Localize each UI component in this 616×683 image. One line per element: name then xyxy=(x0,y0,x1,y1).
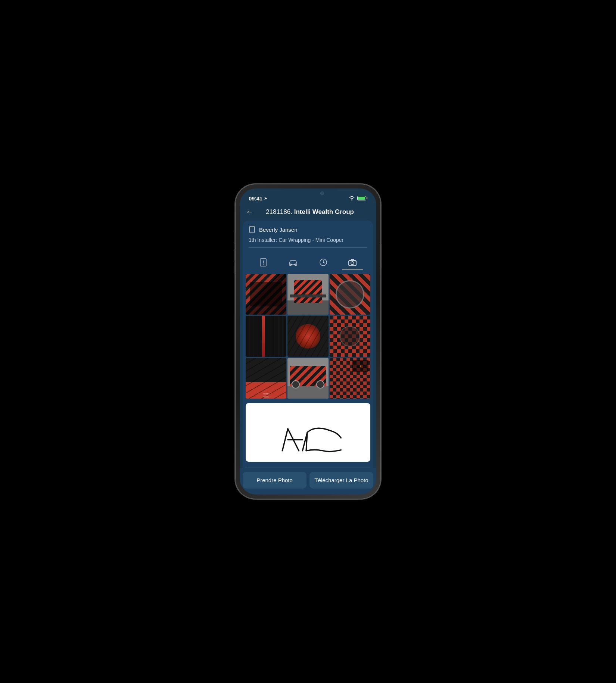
phone-screen: 09:41 ➤ xyxy=(240,188,376,495)
svg-point-6 xyxy=(263,264,264,265)
phone-frame: 09:41 ➤ xyxy=(235,184,381,499)
header-title: 2181186. Intelli Wealth Group xyxy=(258,208,361,216)
photo-2[interactable] xyxy=(287,274,328,315)
photo-8[interactable] xyxy=(287,358,328,399)
photo-6[interactable] xyxy=(330,316,370,356)
notch xyxy=(280,188,336,199)
upload-photo-button[interactable]: Télécharger La Photo xyxy=(309,472,373,489)
main-content: Beverly Jansen 1th Installer: Car Wrappi… xyxy=(243,221,373,468)
back-button[interactable]: ← xyxy=(246,208,254,216)
battery-icon xyxy=(357,196,367,200)
photo-4[interactable] xyxy=(246,316,286,356)
tab-clock[interactable] xyxy=(313,257,333,269)
photo-9[interactable]: ⚡ xyxy=(330,358,370,399)
title-name: Intelli Wealth Group xyxy=(294,208,354,215)
photo-7[interactable]: rment rcepo xyxy=(246,358,286,399)
photo-1[interactable] xyxy=(246,274,286,315)
status-icons xyxy=(349,196,367,201)
clock-icon xyxy=(319,258,327,266)
signature-area xyxy=(246,403,370,462)
header: ← 2181186. Intelli Wealth Group xyxy=(240,205,376,221)
car-icon xyxy=(288,258,298,266)
svg-point-14 xyxy=(355,261,355,262)
location-icon: ➤ xyxy=(264,196,267,201)
tab-camera[interactable] xyxy=(342,257,363,269)
signature-svg xyxy=(246,403,370,462)
tab-info[interactable] xyxy=(253,257,273,269)
svg-point-13 xyxy=(351,262,354,265)
tabs xyxy=(243,254,373,272)
svg-line-11 xyxy=(323,262,325,263)
tab-car[interactable] xyxy=(282,257,304,269)
spacer xyxy=(243,465,373,468)
bottom-bar: Prendre Photo Télécharger La Photo xyxy=(240,468,376,495)
svg-point-0 xyxy=(351,199,352,200)
photo-5[interactable] xyxy=(287,316,328,356)
device-icon xyxy=(249,226,255,233)
photo-3[interactable] xyxy=(330,274,370,315)
contact-section: Beverly Jansen 1th Installer: Car Wrappi… xyxy=(243,221,373,254)
front-camera xyxy=(320,191,324,195)
contact-row: Beverly Jansen xyxy=(249,226,367,233)
svg-rect-2 xyxy=(251,227,253,227)
wifi-icon xyxy=(349,196,355,201)
svg-point-3 xyxy=(252,232,252,233)
contact-name: Beverly Jansen xyxy=(259,227,298,233)
status-time: 09:41 xyxy=(249,195,262,202)
divider xyxy=(249,247,367,248)
title-number: 2181186. xyxy=(266,208,292,215)
photo-grid: rment rcepo xyxy=(243,272,373,402)
installer-text: 1th Installer: Car Wrapping - Mini Coope… xyxy=(249,237,367,243)
camera-icon xyxy=(348,258,357,266)
alert-icon xyxy=(259,258,267,266)
take-photo-button[interactable]: Prendre Photo xyxy=(243,472,307,489)
